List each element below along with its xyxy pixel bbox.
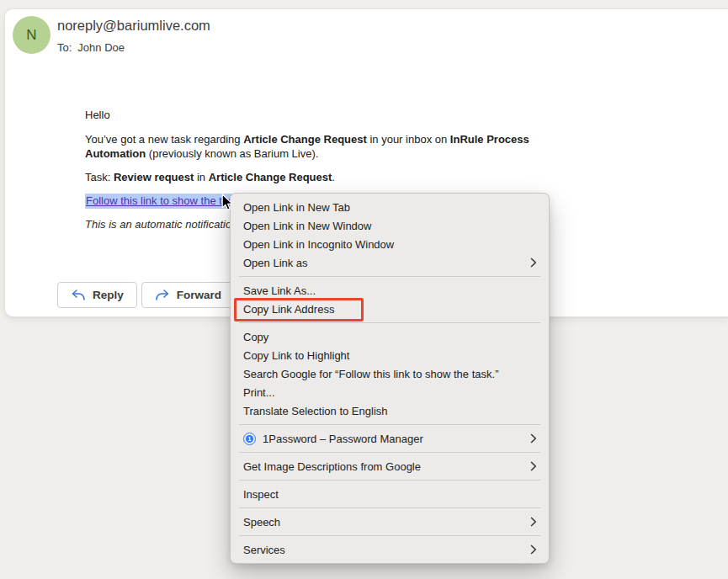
menu-item-label: Open Link in New Tab: [243, 201, 350, 214]
menu-item-1password-password-manager[interactable]: 11Password – Password Manager: [231, 429, 549, 448]
menu-item-open-link-in-incognito-window[interactable]: Open Link in Incognito Window: [231, 235, 549, 253]
menu-item-content: Copy: [243, 331, 268, 343]
menu-item-translate-selection-to-english[interactable]: Translate Selection to English: [231, 401, 549, 420]
menu-item-content: Print...: [243, 386, 275, 399]
email-greeting: Hello: [85, 108, 110, 122]
menu-item-label: Open Link in Incognito Window: [243, 238, 394, 251]
context-menu: Open Link in New TabOpen Link in New Win…: [230, 193, 550, 564]
menu-group: CopyCopy Link to HighlightSearch Google …: [231, 323, 549, 424]
desktop-background: N noreply@bariumlive.com To:John Doe Hel…: [0, 0, 728, 579]
menu-item-label: Get Image Descriptions from Google: [243, 460, 421, 473]
submenu-chevron-icon: [530, 517, 537, 527]
menu-group: Open Link in New TabOpen Link in New Win…: [231, 194, 549, 276]
menu-item-label: Translate Selection to English: [243, 405, 388, 417]
menu-item-search-google-for-follow-this-link-to-show-the-task[interactable]: Search Google for “Follow this link to s…: [231, 364, 549, 383]
forward-button[interactable]: Forward: [141, 282, 235, 308]
sender-email: noreply@bariumlive.com: [57, 18, 210, 34]
menu-item-copy[interactable]: Copy: [231, 327, 549, 346]
recipient-name: John Doe: [77, 41, 125, 54]
auto-notification-note: This is an automatic notification: [85, 217, 237, 231]
menu-group: Speech: [231, 508, 549, 535]
recipient-line: To:John Doe: [57, 41, 125, 54]
email-paragraph-intro: You’ve got a new task regarding Article …: [85, 132, 553, 161]
menu-item-content: Open Link in Incognito Window: [243, 238, 394, 251]
submenu-chevron-icon: [530, 544, 537, 555]
to-label: To:: [57, 41, 72, 54]
menu-item-label: Copy: [243, 331, 268, 343]
email-paragraph-task: Task: Review request in Article Change R…: [85, 170, 335, 184]
menu-item-content: Save Link As...: [243, 284, 316, 297]
menu-item-content: Copy Link Address: [243, 303, 334, 316]
menu-group: Save Link As...Copy Link Address: [231, 277, 549, 322]
menu-item-label: Speech: [243, 516, 280, 529]
menu-group: Get Image Descriptions from Google: [231, 453, 549, 480]
menu-item-open-link-as[interactable]: Open Link as: [231, 253, 549, 272]
menu-item-label: Open Link in New Window: [243, 220, 371, 232]
menu-group: Inspect: [231, 481, 549, 507]
task-link[interactable]: Follow this link to show the task.: [85, 194, 244, 209]
menu-item-content: Search Google for “Follow this link to s…: [243, 368, 498, 380]
submenu-chevron-icon: [530, 258, 537, 268]
menu-item-content: Services: [243, 544, 285, 556]
submenu-chevron-icon: [530, 461, 537, 471]
menu-item-label: 1Password – Password Manager: [263, 433, 423, 445]
menu-item-content: Speech: [243, 516, 280, 529]
menu-item-save-link-as[interactable]: Save Link As...: [231, 281, 549, 300]
menu-item-inspect[interactable]: Inspect: [231, 485, 549, 503]
menu-item-speech[interactable]: Speech: [231, 513, 549, 531]
menu-item-label: Inspect: [243, 488, 279, 501]
reply-arrow-icon: [71, 289, 86, 301]
menu-item-content: 11Password – Password Manager: [243, 433, 423, 445]
menu-item-print[interactable]: Print...: [231, 383, 549, 401]
menu-item-content: Copy Link to Highlight: [243, 349, 349, 362]
menu-item-content: Open Link as: [243, 257, 308, 269]
menu-item-label: Save Link As...: [243, 284, 316, 297]
menu-item-content: Translate Selection to English: [243, 405, 388, 417]
menu-group: Services: [231, 536, 549, 563]
menu-item-label: Print...: [243, 386, 275, 399]
reply-button[interactable]: Reply: [57, 282, 137, 308]
mouse-cursor: [221, 194, 234, 212]
task-link-line: Follow this link to show the task.: [85, 194, 244, 208]
menu-item-copy-link-address[interactable]: Copy Link Address: [231, 300, 549, 318]
menu-item-label: Copy Link Address: [243, 303, 334, 316]
menu-item-content: Inspect: [243, 488, 279, 501]
menu-item-copy-link-to-highlight[interactable]: Copy Link to Highlight: [231, 346, 549, 364]
forward-arrow-icon: [155, 289, 170, 301]
menu-item-label: Search Google for “Follow this link to s…: [243, 368, 498, 380]
menu-item-label: Copy Link to Highlight: [243, 349, 349, 362]
menu-item-content: Get Image Descriptions from Google: [243, 460, 421, 473]
menu-item-label: Services: [243, 544, 285, 556]
submenu-chevron-icon: [530, 433, 537, 444]
avatar: N: [13, 16, 50, 54]
menu-item-open-link-in-new-window[interactable]: Open Link in New Window: [231, 216, 549, 235]
reply-button-label: Reply: [93, 289, 124, 301]
menu-item-label: Open Link as: [243, 257, 308, 269]
menu-group: 11Password – Password Manager: [231, 425, 549, 452]
menu-item-content: Open Link in New Tab: [243, 201, 350, 214]
menu-item-services[interactable]: Services: [231, 540, 549, 559]
menu-item-content: Open Link in New Window: [243, 220, 371, 232]
menu-item-get-image-descriptions-from-google[interactable]: Get Image Descriptions from Google: [231, 457, 549, 475]
email-action-buttons: Reply Forward: [57, 282, 235, 308]
1password-icon: 1: [243, 433, 256, 445]
menu-item-open-link-in-new-tab[interactable]: Open Link in New Tab: [231, 198, 549, 216]
forward-button-label: Forward: [177, 289, 221, 301]
